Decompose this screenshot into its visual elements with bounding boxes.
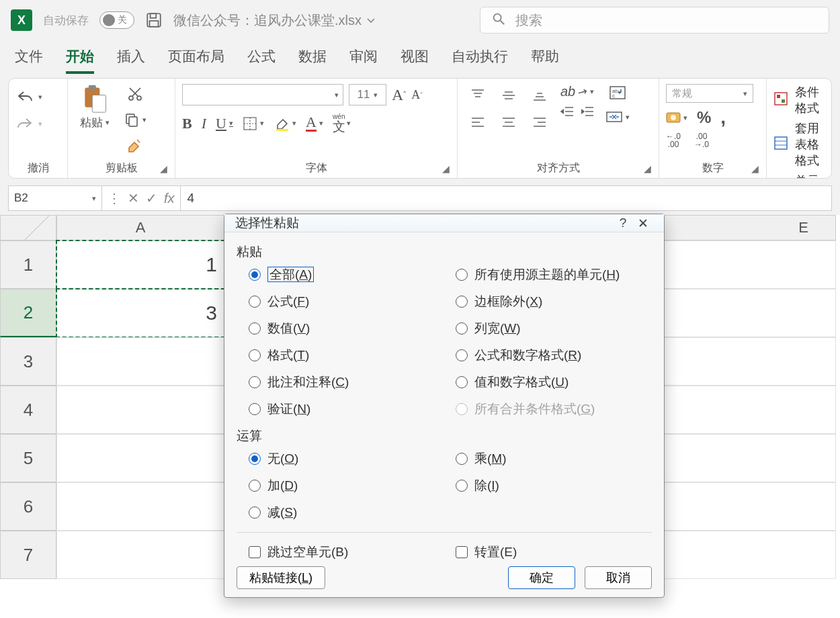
radio-option[interactable]: 批注和注释(C) <box>249 373 450 391</box>
cell[interactable] <box>56 482 224 531</box>
cell[interactable]: 1 <box>56 240 224 289</box>
align-middle-icon[interactable] <box>495 84 522 107</box>
style-item[interactable]: 条件格式 <box>773 84 825 116</box>
dialog-launcher-icon[interactable]: ◢ <box>644 163 655 174</box>
ok-button[interactable]: 确定 <box>508 566 575 589</box>
autosave-toggle[interactable]: 关 <box>99 11 134 29</box>
align-left-icon[interactable] <box>464 111 491 134</box>
underline-button[interactable]: U▾ <box>216 115 233 132</box>
tab-插入[interactable]: 插入 <box>117 47 145 74</box>
orientation-button[interactable]: ab↗▾ <box>560 84 595 99</box>
tab-自动执行[interactable]: 自动执行 <box>452 47 508 74</box>
radio-option[interactable]: 验证(N) <box>249 400 450 418</box>
skip-blanks-checkbox[interactable]: 跳过空单元(B) <box>249 543 450 561</box>
fx-icon[interactable]: fx <box>164 191 175 206</box>
merge-center-button[interactable]: ▾ <box>605 108 630 126</box>
cell[interactable] <box>56 531 224 579</box>
filename-dropdown-icon[interactable] <box>366 13 376 29</box>
dialog-launcher-icon[interactable]: ◢ <box>160 163 171 174</box>
row-header[interactable]: 1 <box>0 240 56 289</box>
tab-数据[interactable]: 数据 <box>298 47 327 74</box>
radio-option[interactable]: 数值(V) <box>249 320 450 337</box>
cancel-button[interactable]: 取消 <box>585 566 652 589</box>
increase-font-icon[interactable]: Aˆ <box>392 84 406 105</box>
radio-option[interactable]: 格式(T) <box>249 347 450 364</box>
align-right-icon[interactable] <box>526 111 553 134</box>
radio-option[interactable]: 加(D) <box>249 477 450 494</box>
radio-option[interactable]: 公式(F) <box>249 293 450 310</box>
align-top-icon[interactable] <box>464 84 491 107</box>
cell[interactable] <box>56 337 224 386</box>
search-input[interactable]: 搜索 <box>480 7 829 34</box>
edit-options-icon[interactable]: ⋮ <box>108 190 121 206</box>
paste-button[interactable]: 粘贴▾ <box>75 84 115 155</box>
name-box[interactable]: B2 ▾ <box>8 185 102 211</box>
row-header[interactable]: 2 <box>0 289 56 337</box>
decrease-indent-icon[interactable] <box>560 105 575 120</box>
tab-页面布局[interactable]: 页面布局 <box>168 47 224 74</box>
align-center-icon[interactable] <box>495 111 522 134</box>
confirm-edit-icon[interactable]: ✓ <box>146 190 157 206</box>
tab-开始[interactable]: 开始 <box>66 47 94 74</box>
cancel-edit-icon[interactable]: ✕ <box>128 190 139 206</box>
decrease-decimal-icon[interactable]: .00→.0 <box>694 132 709 148</box>
tab-公式[interactable]: 公式 <box>247 47 276 74</box>
align-bottom-icon[interactable] <box>526 84 553 107</box>
tab-视图[interactable]: 视图 <box>401 47 429 74</box>
radio-option[interactable]: 边框除外(X) <box>456 293 652 310</box>
italic-button[interactable]: I <box>202 115 206 132</box>
row-header[interactable]: 6 <box>0 482 56 531</box>
undo-button[interactable]: ▾ <box>15 87 49 107</box>
formula-input[interactable]: 4 <box>180 185 832 211</box>
increase-decimal-icon[interactable]: ←.0.00 <box>666 132 681 148</box>
number-format-select[interactable]: 常规 ▾ <box>666 84 753 103</box>
row-header[interactable]: 7 <box>0 531 56 579</box>
borders-button[interactable]: ▾ <box>243 116 264 131</box>
dialog-launcher-icon[interactable]: ◢ <box>751 163 762 174</box>
radio-option[interactable]: 全部(A) <box>249 266 450 283</box>
cell[interactable] <box>56 386 224 434</box>
font-name-select[interactable]: ▾ <box>182 84 343 105</box>
filename[interactable]: 微信公众号：追风办公课堂.xlsx <box>173 11 376 30</box>
format-painter-button[interactable] <box>123 135 147 155</box>
radio-option[interactable]: 公式和数字格式(R) <box>456 347 652 364</box>
tab-文件[interactable]: 文件 <box>15 47 43 74</box>
paste-link-button[interactable]: 粘贴链接(L) <box>237 566 325 589</box>
row-header[interactable]: 4 <box>0 386 56 434</box>
percent-button[interactable]: % <box>697 108 711 127</box>
radio-option[interactable]: 减(S) <box>249 504 450 521</box>
tab-帮助[interactable]: 帮助 <box>531 47 559 74</box>
phonetic-guide-button[interactable]: wén文▾ <box>333 114 351 133</box>
help-icon[interactable]: ? <box>613 216 633 230</box>
style-item[interactable]: 单元格样式 <box>773 173 825 179</box>
font-size-select[interactable]: 11▾ <box>349 84 386 105</box>
copy-button[interactable]: ▾ <box>123 109 147 130</box>
increase-indent-icon[interactable] <box>580 105 595 120</box>
select-all-corner[interactable] <box>0 215 56 240</box>
row-header[interactable]: 3 <box>0 337 56 386</box>
style-item[interactable]: 套用表格格式 <box>773 120 825 169</box>
save-icon[interactable] <box>145 11 163 29</box>
comma-button[interactable]: , <box>720 107 726 128</box>
wrap-text-button[interactable]: abc <box>605 84 630 101</box>
close-icon[interactable]: ✕ <box>633 216 653 231</box>
redo-button[interactable]: ▾ <box>15 114 49 134</box>
currency-button[interactable]: ▾ <box>666 111 687 124</box>
radio-option[interactable]: 无(O) <box>249 450 450 468</box>
radio-option[interactable]: 所有使用源主题的单元(H) <box>456 266 652 283</box>
bold-button[interactable]: B <box>182 115 192 132</box>
radio-option[interactable]: 列宽(W) <box>456 320 652 337</box>
font-color-button[interactable]: A▾ <box>306 115 323 132</box>
radio-option[interactable]: 除(I) <box>456 477 652 494</box>
cell[interactable]: 3 <box>56 289 224 337</box>
row-header[interactable]: 5 <box>0 434 56 482</box>
tab-审阅[interactable]: 审阅 <box>349 47 378 74</box>
radio-option[interactable]: 值和数字格式(U) <box>456 373 652 391</box>
radio-option[interactable]: 乘(M) <box>456 450 652 468</box>
dialog-launcher-icon[interactable]: ◢ <box>442 163 453 174</box>
decrease-font-icon[interactable]: Aˇ <box>411 84 422 105</box>
fill-color-button[interactable]: ▾ <box>274 116 296 132</box>
transpose-checkbox[interactable]: 转置(E) <box>456 543 652 561</box>
cell[interactable] <box>56 434 224 482</box>
column-header[interactable]: A <box>56 215 224 240</box>
